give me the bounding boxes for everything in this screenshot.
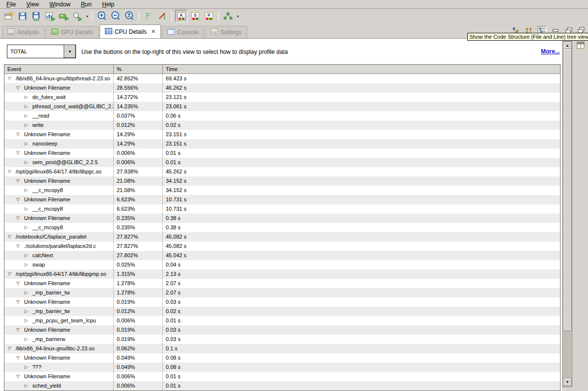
expander-icon[interactable]: ▷ xyxy=(23,260,29,269)
column-header-event[interactable]: Event xyxy=(4,65,113,73)
vertical-scrollbar[interactable]: ▲ ▼ xyxy=(562,41,572,387)
menu-view[interactable]: View xyxy=(22,0,44,8)
marker-reset-icon[interactable] xyxy=(156,10,169,23)
expander-icon[interactable]: ▽ xyxy=(6,232,13,242)
table-row[interactable]: ▽ /opt/pgi/linux86-64/17.4/lib/libpgc.so… xyxy=(4,167,560,176)
table-row[interactable]: ▷ swap 0.025% 0.04 s xyxy=(4,260,560,269)
menu-file[interactable]: File xyxy=(2,0,20,8)
table-row[interactable]: ▷ pthread_cond_wait@@GLIBC_2.3 14.235% 2… xyxy=(4,102,560,111)
table-row[interactable]: ▽ Unknown Filename 0.049% 0.08 s xyxy=(4,353,560,363)
menu-window[interactable]: Window xyxy=(45,0,75,8)
expander-icon[interactable]: ▷ xyxy=(23,158,29,167)
expander-icon[interactable]: ▷ xyxy=(23,316,29,325)
expander-icon[interactable]: ▷ xyxy=(23,102,29,111)
expander-icon[interactable]: ▷ xyxy=(23,186,29,195)
expander-icon[interactable]: ▽ xyxy=(15,297,21,307)
source-view-button[interactable]: S xyxy=(189,10,202,23)
expander-icon[interactable]: ▷ xyxy=(23,111,29,121)
table-row[interactable]: ▷ __c_mcopy8 0.235% 0.38 s xyxy=(4,223,560,232)
tab-gpu-details[interactable]: GPU Details xyxy=(46,26,99,38)
table-row[interactable]: ▽ Unknown Filename 21.08% 34.152 s xyxy=(4,176,560,186)
scroll-up-icon[interactable]: ▲ xyxy=(563,42,572,49)
table-row[interactable]: ▽ Unknown Filename 0.006% 0.01 s xyxy=(4,372,560,381)
expander-icon[interactable]: ▷ xyxy=(23,307,29,316)
more-link[interactable]: More... xyxy=(541,48,560,55)
table-row[interactable]: ▽ Unknown Filename 14.29% 23.151 s xyxy=(4,130,560,139)
expander-icon[interactable]: ▽ xyxy=(15,353,21,363)
table-row[interactable]: ▽ Unknown Filename 0.235% 0.38 s xyxy=(4,214,560,223)
profile-application-icon[interactable] xyxy=(44,10,56,23)
expander-icon[interactable]: ▷ xyxy=(23,288,29,297)
expander-icon[interactable]: ▽ xyxy=(15,176,21,186)
column-header-percent[interactable]: % xyxy=(113,65,162,73)
table-row[interactable]: ▷ sched_yield 0.006% 0.01 s xyxy=(4,381,560,391)
tab-settings[interactable]: Settings xyxy=(205,26,247,38)
menu-run[interactable]: Run xyxy=(77,0,96,8)
expander-icon[interactable]: ▷ xyxy=(23,381,29,391)
expander-icon[interactable]: ▷ xyxy=(23,121,29,130)
scroll-down-icon[interactable]: ▼ xyxy=(563,378,572,386)
expander-icon[interactable]: ▷ xyxy=(23,223,29,232)
expander-icon[interactable]: ▽ xyxy=(15,279,21,288)
table-row[interactable]: ▷ _mp_barrierw 0.019% 0.03 s xyxy=(4,335,560,344)
call-tree-icon[interactable] xyxy=(222,10,234,23)
expander-icon[interactable]: ▽ xyxy=(6,269,13,279)
table-row[interactable]: ▽ Unknown Filename 6.623% 10.731 s xyxy=(4,195,560,204)
expander-icon[interactable]: ▽ xyxy=(15,83,21,93)
zoom-in-icon[interactable] xyxy=(96,10,108,23)
table-row[interactable]: ▷ do_futex_wait 14.272% 23.121 s xyxy=(4,93,560,102)
table-row[interactable]: ▷ _mp_pcpu_get_team_lcpu 0.006% 0.01 s xyxy=(4,316,560,325)
expander-icon[interactable]: ▽ xyxy=(15,195,21,204)
table-row[interactable]: ▷ nanosleep 14.29% 23.151 s xyxy=(4,139,560,148)
profile-scope-select[interactable]: TOTAL ▼ xyxy=(7,45,76,58)
table-row[interactable]: ▽ Unknown Filename 1.278% 2.07 s xyxy=(4,279,560,288)
restore-view-icon[interactable] xyxy=(577,42,585,51)
tab-console[interactable]: Console xyxy=(162,26,204,38)
tab-analysis[interactable]: Analysis xyxy=(2,26,45,38)
process-view-button[interactable]: P xyxy=(203,10,215,23)
table-row[interactable]: ▷ __c_mcopy8 6.623% 10.731 s xyxy=(4,204,560,214)
expander-icon[interactable]: ▷ xyxy=(23,204,29,214)
scrollbar-thumb[interactable] xyxy=(563,49,572,331)
table-row[interactable]: ▽ /opt/pgi/linux86-64/17.4/lib/libpgmp.s… xyxy=(4,269,560,279)
profile-scope-dropdown-button[interactable]: ▼ xyxy=(64,45,76,58)
menu-help[interactable]: Help xyxy=(98,0,119,8)
save-icon[interactable] xyxy=(16,10,29,23)
expander-icon[interactable]: ▽ xyxy=(15,242,21,251)
tab-cpu-details[interactable]: CPU Details ✕ xyxy=(100,24,161,38)
expander-icon[interactable]: ▷ xyxy=(23,93,29,102)
table-row[interactable]: ▷ calcNext 27.802% 45.042 s xyxy=(4,251,560,260)
table-row[interactable]: ▷ __read 0.037% 0.06 s xyxy=(4,111,560,121)
expander-icon[interactable]: ▽ xyxy=(15,130,21,139)
save-as-icon[interactable] xyxy=(30,10,43,23)
table-row[interactable]: ▽ Unknown Filename 0.006% 0.01 s xyxy=(4,148,560,158)
table-row[interactable]: ▽ /notebooks/C/laplace_parallel 27.827% … xyxy=(4,232,560,242)
expander-icon[interactable]: ▽ xyxy=(15,372,21,381)
open-profile-icon[interactable] xyxy=(71,10,84,23)
open-profile-dropdown-icon[interactable]: ▾ xyxy=(85,14,90,19)
table-row[interactable]: ▽ ./solutions/parallel/laplace2d.c 27.82… xyxy=(4,242,560,251)
expander-icon[interactable]: ▽ xyxy=(6,167,13,176)
kernel-view-button[interactable]: K xyxy=(175,10,188,23)
expander-icon[interactable]: ▷ xyxy=(23,363,29,372)
marker-forward-icon[interactable] xyxy=(142,10,155,23)
expander-icon[interactable]: ▷ xyxy=(23,139,29,148)
zoom-out-icon[interactable] xyxy=(109,10,122,23)
table-row[interactable]: ▽ /lib/x86_64-linux-gnu/libpthread-2.23.… xyxy=(4,74,560,83)
table-row[interactable]: ▽ /lib/x86_64-linux-gnu/libc-2.23.so 0.0… xyxy=(4,344,560,353)
table-row[interactable]: ▽ Unknown Filename 28.556% 46.262 s xyxy=(4,83,560,93)
expander-icon[interactable]: ▽ xyxy=(15,148,21,158)
table-row[interactable]: ▷ _mp_barrier_tw 0.012% 0.02 s xyxy=(4,307,560,316)
column-header-time[interactable]: Time xyxy=(162,65,560,73)
table-row[interactable]: ▷ ??? 0.049% 0.08 s xyxy=(4,363,560,372)
call-tree-dropdown-icon[interactable]: ▾ xyxy=(235,14,240,19)
expander-icon[interactable]: ▷ xyxy=(23,251,29,260)
table-row[interactable]: ▷ sem_post@@GLIBC_2.2.5 0.006% 0.01 s xyxy=(4,158,560,167)
zoom-reset-icon[interactable] xyxy=(123,10,136,23)
expander-icon[interactable]: ▽ xyxy=(15,214,21,223)
expander-icon[interactable]: ▽ xyxy=(15,325,21,335)
expander-icon[interactable]: ▽ xyxy=(6,74,13,83)
new-session-icon[interactable] xyxy=(2,10,15,23)
table-row[interactable]: ▷ __c_mcopy8 21.08% 34.152 s xyxy=(4,186,560,195)
close-tab-icon[interactable]: ✕ xyxy=(151,28,155,35)
